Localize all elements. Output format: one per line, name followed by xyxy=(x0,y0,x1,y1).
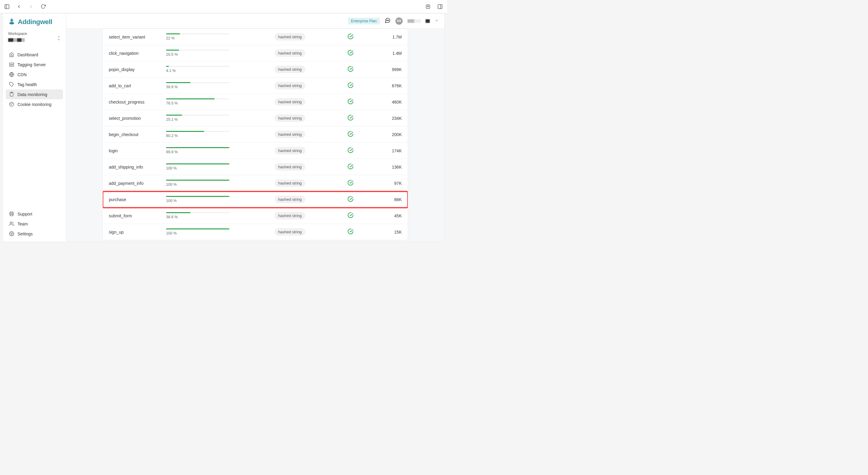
progress-cell: 100 % xyxy=(166,196,241,203)
sidebar-item-data-monitoring[interactable]: Data monitoring xyxy=(6,90,63,99)
table-row[interactable]: add_to_cart38.8 %hashed string676K xyxy=(103,78,408,94)
table-row[interactable]: click_navigation20.5 %hashed string1.4M xyxy=(103,45,408,61)
plan-badge[interactable]: Enterprise Plan xyxy=(348,18,380,24)
nav-bottom: SupportTeamSettings xyxy=(3,207,66,242)
type-pill: hashed string xyxy=(275,98,305,106)
sidebar-item-settings[interactable]: Settings xyxy=(6,229,63,239)
table-row[interactable]: login99.9 %hashed string174K xyxy=(103,143,408,159)
event-name: login xyxy=(109,148,166,153)
progress-cell: 20.5 % xyxy=(166,50,241,57)
table-row[interactable]: add_payment_info100 %hashed string97K xyxy=(103,175,408,192)
user-name-redacted xyxy=(407,19,421,23)
count-cell: 1.4M xyxy=(363,51,402,56)
status-cell xyxy=(338,196,363,203)
svg-rect-0 xyxy=(5,4,9,9)
type-pill: hashed string xyxy=(275,66,305,73)
event-name: select_promotion xyxy=(109,116,166,121)
workspace-selector[interactable]: Workspace xyxy=(3,29,66,48)
share-icon[interactable] xyxy=(425,3,431,10)
svg-rect-10 xyxy=(9,65,13,66)
type-pill: hashed string xyxy=(275,147,305,155)
event-name: add_to_cart xyxy=(109,83,166,88)
back-icon[interactable] xyxy=(16,3,22,10)
check-circle-icon xyxy=(347,180,353,186)
type-pill: hashed string xyxy=(275,228,305,236)
sidebar-item-cdn[interactable]: CDN xyxy=(6,70,63,79)
type-pill: hashed string xyxy=(275,82,305,90)
svg-point-21 xyxy=(10,213,12,215)
sidebar-item-tag-health[interactable]: Tag health xyxy=(6,79,63,90)
sidebar-item-label: Support xyxy=(18,212,32,216)
sidebar-item-support[interactable]: Support xyxy=(6,209,63,219)
progress-cell: 100 % xyxy=(166,229,241,235)
check-circle-icon xyxy=(347,66,353,73)
table-row[interactable]: select_promotion25.1 %hashed string234K xyxy=(103,110,408,127)
sidebar-item-tagging-server[interactable]: Tagging Server xyxy=(6,60,63,70)
sidebar-toggle-icon[interactable] xyxy=(4,3,10,10)
event-name: begin_checkout xyxy=(109,132,166,137)
data-monitoring-icon xyxy=(9,92,14,97)
progress-cell: 60.2 % xyxy=(166,131,241,138)
table-row[interactable]: purchase100 %hashed string88K xyxy=(103,192,408,208)
status-cell xyxy=(338,131,363,138)
event-name: checkout_progress xyxy=(109,100,166,104)
count-cell: 15K xyxy=(363,230,402,235)
count-cell: 136K xyxy=(363,165,402,169)
table-row[interactable]: begin_checkout60.2 %hashed string200K xyxy=(103,127,408,143)
type-pill: hashed string xyxy=(275,179,305,187)
content: Enterprise Plan OS select_item_variant22… xyxy=(66,13,444,242)
progress-cell: 25.1 % xyxy=(166,115,241,122)
type-pill: hashed string xyxy=(275,33,305,41)
event-name: add_shipping_info xyxy=(109,165,166,169)
table-row[interactable]: add_shipping_info100 %hashed string136K xyxy=(103,159,408,175)
tagging-server-icon xyxy=(9,62,14,67)
table-row[interactable]: checkout_progress76.5 %hashed string460K xyxy=(103,94,408,110)
cdn-icon xyxy=(9,72,14,77)
logo[interactable]: Addingwell xyxy=(3,13,66,29)
sidebar-item-label: Dashboard xyxy=(18,53,38,57)
svg-point-19 xyxy=(11,105,11,105)
type-cell: hashed string xyxy=(241,33,338,41)
count-cell: 45K xyxy=(363,213,402,218)
table-scroll[interactable]: select_item_variant22 %hashed string1.7M… xyxy=(66,29,444,242)
svg-line-23 xyxy=(12,215,13,215)
sidebar-item-cookie-monitoring[interactable]: Cookie monitoring xyxy=(6,99,63,109)
reload-icon[interactable] xyxy=(40,3,46,10)
table-row[interactable]: submit_form38.6 %hashed string45K xyxy=(103,208,408,224)
svg-point-8 xyxy=(12,20,13,21)
progress-cell: 4.1 % xyxy=(166,66,241,73)
status-cell xyxy=(338,147,363,154)
svg-point-7 xyxy=(10,20,11,21)
check-circle-icon xyxy=(347,164,353,170)
app-shell: Addingwell Workspace DashboardTagging Se… xyxy=(2,13,444,242)
count-cell: 999K xyxy=(363,67,402,72)
table-row[interactable]: select_item_variant22 %hashed string1.7M xyxy=(103,29,408,45)
type-pill: hashed string xyxy=(275,114,305,122)
logo-icon xyxy=(8,18,16,26)
table-row[interactable]: popin_display4.1 %hashed string999K xyxy=(103,61,408,78)
progress-cell: 100 % xyxy=(166,164,241,170)
progress-cell: 22 % xyxy=(166,33,241,40)
tabs-icon[interactable] xyxy=(437,3,443,10)
event-name: click_navigation xyxy=(109,51,166,56)
chat-icon[interactable] xyxy=(384,18,391,25)
check-circle-icon xyxy=(347,115,353,122)
settings-icon xyxy=(9,231,14,236)
status-cell xyxy=(338,33,363,40)
status-cell xyxy=(338,164,363,170)
type-cell: hashed string xyxy=(241,196,338,203)
svg-point-26 xyxy=(10,222,12,224)
count-cell: 88K xyxy=(363,197,402,202)
svg-line-22 xyxy=(10,212,11,213)
workspace-name-redacted xyxy=(8,38,25,42)
avatar[interactable]: OS xyxy=(396,18,403,25)
table-row[interactable]: sign_up100 %hashed string15K xyxy=(103,224,408,240)
sidebar-item-label: Team xyxy=(18,222,28,226)
chevron-down-icon[interactable] xyxy=(435,19,439,24)
type-pill: hashed string xyxy=(275,131,305,138)
count-cell: 1.7M xyxy=(363,35,402,39)
sidebar-item-dashboard[interactable]: Dashboard xyxy=(6,50,63,60)
sidebar-item-label: CDN xyxy=(18,72,27,77)
tag-health-icon xyxy=(9,82,14,87)
sidebar-item-team[interactable]: Team xyxy=(6,219,63,229)
